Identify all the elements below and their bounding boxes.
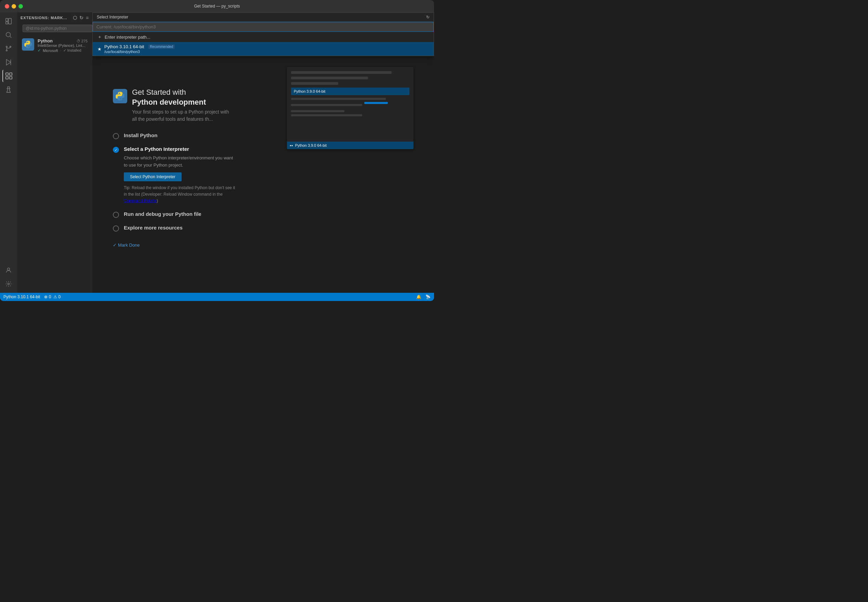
python-extension-item[interactable]: Python ⏱ 275 IntelliSense (Pylance), Lin… bbox=[17, 36, 92, 55]
extension-info: Python ⏱ 275 IntelliSense (Pylance), Lin… bbox=[38, 38, 87, 53]
svg-rect-12 bbox=[6, 77, 8, 79]
svg-rect-0 bbox=[6, 18, 8, 21]
extension-meta: ✓ Microsoft · ✓ Installed bbox=[38, 48, 87, 53]
source-control-icon[interactable] bbox=[2, 42, 15, 55]
publisher-name: Microsoft bbox=[43, 49, 58, 53]
account-icon[interactable] bbox=[2, 264, 15, 276]
python-3101-option[interactable]: ★ Python 3.10.1 64-bit Recommended /usr/… bbox=[93, 42, 434, 56]
preview-selected-row: Python 3.9.0 64-bit bbox=[291, 88, 409, 95]
svg-marker-8 bbox=[6, 60, 11, 65]
mark-done-label: Mark Done bbox=[118, 243, 140, 248]
preview-statusbar: ●● Python 3.9.0 64-bit bbox=[287, 141, 414, 149]
explore-step: Explore more resources bbox=[113, 225, 414, 232]
get-started-heading: Get Started with Python development bbox=[132, 88, 235, 107]
status-left: Python 3.10.1 64-bit ⊗ 0 ⚠ 0 bbox=[3, 295, 61, 299]
preview-row-1 bbox=[291, 98, 386, 100]
run-debug-circle[interactable] bbox=[113, 212, 119, 218]
install-python-circle[interactable] bbox=[113, 133, 119, 139]
run-debug-content: Run and debug your Python file bbox=[124, 211, 201, 217]
run-debug-step: Run and debug your Python file bbox=[113, 211, 414, 218]
preview-row-4 bbox=[291, 114, 362, 116]
settings-icon[interactable] bbox=[2, 278, 15, 290]
recommended-badge: Recommended bbox=[148, 45, 175, 49]
preview-bar-3 bbox=[291, 82, 338, 85]
status-right: 🔔 📡 bbox=[416, 295, 431, 299]
errors-status[interactable]: ⊗ 0 ⚠ 0 bbox=[44, 295, 61, 299]
add-icon: ＋ bbox=[97, 34, 102, 40]
svg-point-15 bbox=[8, 268, 10, 270]
installed-status: ✓ Installed bbox=[63, 48, 81, 53]
preview-row-3 bbox=[291, 110, 344, 112]
sidebar-header-icons: ⬡ ↻ ≡ bbox=[73, 15, 89, 20]
main-content: Select Interpreter ↻ ＋ Enter interpreter… bbox=[92, 12, 434, 293]
command-palette-link[interactable]: Command Palette bbox=[124, 198, 156, 203]
preview-panel: Python 3.9.0 64-bit ●● Python 3.9.0 64-b… bbox=[287, 67, 414, 149]
extensions-icon[interactable] bbox=[2, 70, 15, 82]
extension-name: Python bbox=[38, 38, 53, 43]
select-interpreter-step: ✓ Select a Python Interpreter Choose whi… bbox=[113, 146, 414, 204]
python-version-status[interactable]: Python 3.10.1 64-bit bbox=[3, 295, 40, 299]
header-text: Get Started with Python development Your… bbox=[132, 88, 235, 123]
extension-description: IntelliSense (Pylance), Lint... bbox=[38, 43, 87, 48]
titlebar: Get Started — py_scripts bbox=[0, 0, 434, 12]
preview-row-2 bbox=[291, 104, 362, 106]
minimize-button[interactable] bbox=[12, 4, 16, 9]
sidebar: EXTENSIONS: MARK... ⬡ ↻ ≡ Python ⏱ 275 bbox=[17, 12, 92, 293]
svg-line-4 bbox=[10, 36, 11, 38]
refresh-interpreters-icon[interactable]: ↻ bbox=[426, 15, 429, 20]
python-large-icon bbox=[113, 89, 127, 103]
select-interpreter-desc: Choose which Python interpreter/environm… bbox=[124, 155, 233, 169]
install-python-content: Install Python bbox=[124, 132, 157, 138]
notifications-icon[interactable]: 🔔 bbox=[416, 295, 421, 299]
python-option-label: Python 3.10.1 64-bit bbox=[104, 44, 144, 49]
filter-icon[interactable]: ⬡ bbox=[73, 15, 77, 20]
svg-rect-11 bbox=[9, 73, 12, 75]
refresh-icon[interactable]: ↻ bbox=[79, 15, 84, 20]
svg-rect-2 bbox=[9, 18, 11, 24]
enter-path-label: Enter interpreter path... bbox=[105, 35, 150, 40]
preview-bar-1 bbox=[291, 71, 392, 74]
svg-rect-13 bbox=[9, 77, 12, 79]
search-icon[interactable] bbox=[2, 29, 15, 41]
explore-circle[interactable] bbox=[113, 226, 119, 232]
preview-item-label: Python 3.9.0 64-bit bbox=[294, 89, 325, 94]
select-interpreter-button[interactable]: Select Python Interpreter bbox=[124, 172, 182, 181]
run-icon[interactable] bbox=[2, 56, 15, 68]
preview-status-label: Python 3.9.0 64-bit bbox=[295, 143, 327, 147]
explore-content: Explore more resources bbox=[124, 225, 182, 230]
preview-status-dots: ●● bbox=[290, 144, 293, 147]
explorer-icon[interactable] bbox=[2, 15, 15, 28]
mark-done-link[interactable]: ✓ Mark Done bbox=[113, 243, 414, 248]
svg-point-6 bbox=[6, 50, 8, 51]
statusbar: Python 3.10.1 64-bit ⊗ 0 ⚠ 0 🔔 📡 bbox=[0, 293, 434, 301]
svg-rect-10 bbox=[6, 73, 8, 75]
testing-icon[interactable] bbox=[2, 83, 15, 96]
svg-point-5 bbox=[6, 46, 8, 48]
close-button[interactable] bbox=[5, 4, 9, 9]
more-icon[interactable]: ≡ bbox=[86, 15, 89, 20]
sidebar-title: EXTENSIONS: MARK... bbox=[20, 16, 67, 20]
traffic-lights bbox=[5, 4, 23, 9]
select-interpreter-title[interactable]: Select a Python Interpreter bbox=[124, 146, 237, 152]
svg-point-3 bbox=[6, 32, 11, 37]
svg-point-16 bbox=[8, 283, 9, 285]
get-started-description: Your first steps to set up a Python proj… bbox=[132, 108, 235, 123]
enter-path-option[interactable]: ＋ Enter interpreter path... bbox=[93, 32, 434, 42]
maximize-button[interactable] bbox=[18, 4, 23, 9]
broadcast-icon[interactable]: 📡 bbox=[425, 295, 431, 299]
preview-bar-2 bbox=[291, 77, 368, 79]
star-icon: ★ bbox=[97, 46, 101, 52]
step-tip: Tip: Reload the window if you installed … bbox=[124, 185, 237, 204]
interpreter-search-input[interactable] bbox=[93, 22, 434, 32]
python-snake-icon bbox=[22, 38, 34, 51]
run-debug-title[interactable]: Run and debug your Python file bbox=[124, 211, 201, 217]
select-interpreter-content: Select a Python Interpreter Choose which… bbox=[124, 146, 237, 204]
sidebar-filter-input[interactable] bbox=[23, 25, 92, 32]
select-interpreter-circle[interactable]: ✓ bbox=[113, 147, 119, 153]
verified-badge: ✓ bbox=[38, 48, 41, 53]
svg-rect-1 bbox=[6, 22, 8, 24]
install-python-title[interactable]: Install Python bbox=[124, 132, 157, 138]
activity-bar bbox=[0, 12, 17, 293]
explore-title[interactable]: Explore more resources bbox=[124, 225, 182, 230]
sidebar-header: EXTENSIONS: MARK... ⬡ ↻ ≡ bbox=[17, 12, 92, 23]
